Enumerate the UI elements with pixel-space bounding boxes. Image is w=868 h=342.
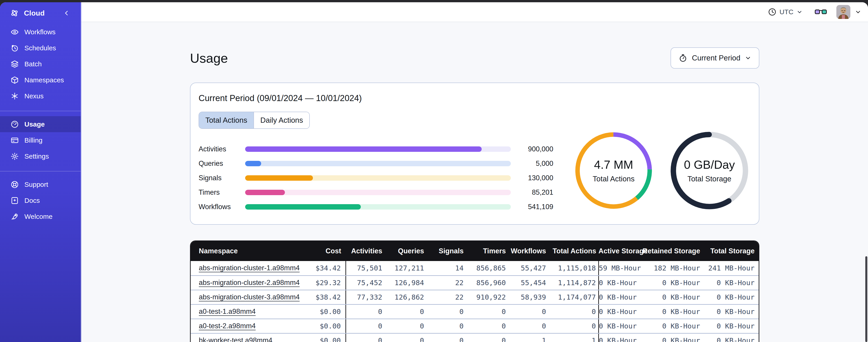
book-icon bbox=[10, 196, 19, 205]
tab-total-actions[interactable]: Total Actions bbox=[199, 112, 253, 128]
timers-cell: 856,960 bbox=[466, 275, 508, 290]
tab-daily-actions[interactable]: Daily Actions bbox=[253, 112, 309, 128]
workflows-cell: 58,939 bbox=[508, 290, 548, 304]
bar-label: Signals bbox=[198, 174, 245, 182]
activities-cell: 77,332 bbox=[346, 290, 384, 304]
workflows-cell: 55,427 bbox=[508, 261, 548, 275]
table-row: a0-test-1.a98mm4 $0.00 0 0 0 0 0 0 0 KB-… bbox=[191, 304, 758, 319]
eye-icon bbox=[10, 28, 19, 36]
sidebar-item-welcome[interactable]: Welcome bbox=[0, 208, 81, 225]
column-header-namespace: Namespace bbox=[191, 241, 274, 261]
signals-cell: 14 bbox=[426, 261, 466, 275]
cost-cell: $0.00 bbox=[274, 333, 346, 342]
temporal-logo-icon bbox=[10, 8, 19, 18]
retained-storage-cell: 0 KB-Hour bbox=[637, 333, 703, 342]
column-header-queries: Queries bbox=[384, 241, 426, 261]
total-actions-cell: 1,174,077 bbox=[548, 290, 598, 304]
actions-tabs: Total Actions Daily Actions bbox=[198, 112, 310, 129]
sidebar-item-label: Docs bbox=[24, 197, 40, 204]
column-header-retained-storage: Retained Storage bbox=[637, 241, 703, 261]
sidebar-item-label: Namespaces bbox=[24, 76, 64, 84]
sidebar-item-docs[interactable]: Docs bbox=[0, 193, 81, 208]
signals-cell: 0 bbox=[426, 319, 466, 333]
life-buoy-icon bbox=[10, 180, 19, 189]
namespace-link[interactable]: abs-migration-cluster-3.a98mm4 bbox=[199, 293, 300, 301]
queries-cell: 126,862 bbox=[384, 290, 426, 304]
bar-fill bbox=[245, 204, 361, 210]
active-storage-cell: 0 KB-Hour bbox=[598, 333, 637, 342]
rocket-icon bbox=[10, 212, 19, 221]
sidebar-divider bbox=[0, 171, 81, 171]
signals-cell: 0 bbox=[426, 333, 466, 342]
sidebar-item-schedules[interactable]: Schedules bbox=[0, 40, 81, 56]
bar-fill bbox=[245, 146, 482, 152]
bar-fill bbox=[245, 190, 285, 195]
active-storage-cell: 0 KB-Hour bbox=[598, 290, 637, 304]
sidebar-item-namespaces[interactable]: Namespaces bbox=[0, 72, 81, 88]
column-header-active-storage: Active Storage bbox=[598, 241, 637, 261]
active-storage-cell: 0 KB-Hour bbox=[598, 319, 637, 333]
labs-glasses-icon[interactable] bbox=[815, 8, 827, 16]
user-menu-chevron-icon[interactable] bbox=[855, 8, 862, 15]
clock-icon bbox=[10, 44, 19, 52]
collapse-sidebar-icon[interactable] bbox=[63, 9, 70, 17]
sidebar-item-label: Welcome bbox=[24, 213, 53, 220]
table-header-row: Namespace Cost Activities Queries Signal… bbox=[191, 241, 758, 261]
column-header-activities: Activities bbox=[346, 241, 384, 261]
period-selector-button[interactable]: Current Period bbox=[671, 47, 759, 69]
signals-cell: 0 bbox=[426, 304, 466, 319]
total-storage-donut: 0 GB/Day Total Storage bbox=[669, 130, 750, 211]
period-button-label: Current Period bbox=[692, 54, 740, 62]
sidebar: Cloud Workflows Schedules bbox=[0, 2, 81, 342]
total-actions-cell: 0 bbox=[548, 304, 598, 319]
clock-icon bbox=[768, 7, 777, 16]
namespace-link[interactable]: a0-test-2.a98mm4 bbox=[199, 322, 256, 330]
workflows-cell: 0 bbox=[508, 319, 548, 333]
namespace-link[interactable]: abs-migration-cluster-1.a98mm4 bbox=[199, 264, 300, 272]
workflows-cell: 0 bbox=[508, 304, 548, 319]
sidebar-item-label: Batch bbox=[24, 60, 42, 68]
asterisk-icon bbox=[10, 92, 19, 100]
sidebar-item-workflows[interactable]: Workflows bbox=[0, 24, 81, 40]
timers-cell: 856,865 bbox=[466, 261, 508, 275]
sidebar-item-label: Support bbox=[24, 181, 48, 189]
table-row: abs-migration-cluster-3.a98mm4 $38.42 77… bbox=[191, 290, 758, 304]
brand-label: Cloud bbox=[24, 9, 45, 18]
content-area: Usage Current Period Current Period (09/… bbox=[81, 22, 868, 342]
sidebar-item-support[interactable]: Support bbox=[0, 176, 81, 193]
column-header-timers: Timers bbox=[466, 241, 508, 261]
total-storage-cell: 0 KB-Hour bbox=[703, 304, 758, 319]
cube-icon bbox=[10, 76, 19, 84]
avatar[interactable] bbox=[836, 5, 850, 19]
sidebar-item-billing[interactable]: Billing bbox=[0, 132, 81, 148]
sidebar-item-nexus[interactable]: Nexus bbox=[0, 88, 81, 104]
bar-fill bbox=[245, 161, 261, 166]
workflows-cell: 1 bbox=[508, 333, 548, 342]
namespace-link[interactable]: abs-migration-cluster-2.a98mm4 bbox=[199, 279, 300, 286]
bar-row-activities: Activities 900,000 bbox=[198, 142, 553, 156]
queries-cell: 127,211 bbox=[384, 261, 426, 275]
namespace-link[interactable]: bk-worker-test.a98mm4 bbox=[199, 336, 273, 342]
usage-card: Current Period (09/01/2024 — 10/01/2024)… bbox=[190, 82, 759, 225]
stopwatch-icon bbox=[678, 53, 688, 63]
active-storage-cell: 59 MB-Hour bbox=[598, 261, 637, 275]
sidebar-item-settings[interactable]: Settings bbox=[0, 148, 81, 164]
timers-cell: 910,922 bbox=[466, 290, 508, 304]
bar-row-signals: Signals 130,000 bbox=[198, 171, 553, 185]
signals-cell: 22 bbox=[426, 275, 466, 290]
timezone-selector[interactable]: UTC bbox=[768, 7, 803, 16]
brand-row[interactable]: Cloud bbox=[0, 2, 81, 24]
sidebar-item-batch[interactable]: Batch bbox=[0, 56, 81, 72]
bar-fill bbox=[245, 175, 313, 181]
activities-cell: 0 bbox=[346, 319, 384, 333]
scrollbar-thumb[interactable] bbox=[865, 256, 867, 342]
bar-label: Queries bbox=[198, 160, 245, 168]
activities-cell: 75,501 bbox=[346, 261, 384, 275]
namespace-link[interactable]: a0-test-1.a98mm4 bbox=[199, 307, 256, 315]
total-storage-cell: 241 MB-Hour bbox=[703, 261, 758, 275]
table-row: abs-migration-cluster-1.a98mm4 $34.42 75… bbox=[191, 261, 758, 275]
sidebar-item-usage[interactable]: Usage bbox=[0, 116, 81, 132]
activities-cell: 0 bbox=[346, 333, 384, 342]
active-storage-cell: 0 KB-Hour bbox=[598, 275, 637, 290]
bar-track bbox=[245, 175, 511, 181]
